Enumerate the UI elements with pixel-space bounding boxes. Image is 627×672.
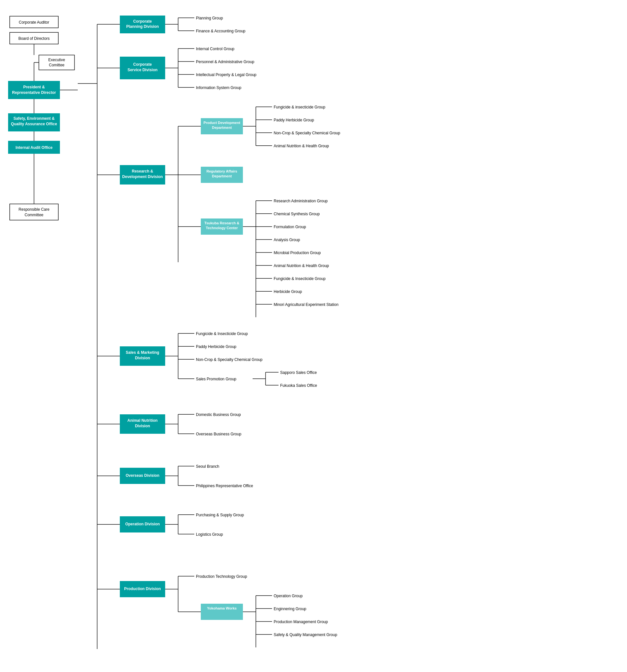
executive-committee-label: Executive: [48, 57, 65, 62]
operation-div-label: Operation Division: [125, 522, 160, 526]
fungicide-insecticide-group1: Fungicide & insecticide Group: [274, 105, 325, 110]
seoul-branch: Seoul Branch: [196, 464, 219, 469]
svg-text:Comittee: Comittee: [49, 63, 65, 67]
svg-text:Representative Director: Representative Director: [12, 90, 56, 95]
org-tree-svg: Corporate Planning Division Planning Gro…: [78, 6, 612, 661]
logistics-group: Logistics Group: [196, 532, 223, 537]
production-mgmt-group: Production Management Group: [274, 620, 328, 624]
sales-marketing-label: Sales & Marketing: [126, 350, 159, 355]
yokohama-works-label: Yokohama Works: [207, 606, 236, 610]
safety-label: Safety, Environment &: [13, 116, 54, 121]
rd-label: Research &: [132, 169, 153, 173]
svg-text:Department: Department: [212, 174, 232, 178]
herbicide-group: Herbicide Group: [274, 289, 302, 294]
svg-rect-3: [39, 55, 74, 70]
regulatory-affairs-label: Regulatory Affairs: [207, 169, 237, 173]
svg-text:Committee: Committee: [25, 213, 43, 217]
main-panel: Corporate Planning Division Planning Gro…: [78, 6, 612, 661]
info-system-group: Information System Group: [196, 86, 241, 90]
production-tech-group: Production Technology Group: [196, 574, 247, 579]
animal-nutrition-group2: Animal Nutrition & Health Group: [274, 263, 329, 268]
sales-promotion-group: Sales Promotion Group: [196, 377, 236, 381]
svg-text:Division: Division: [135, 424, 150, 428]
svg-text:Planning Division: Planning Division: [126, 24, 159, 29]
svg-text:Quality Assurance Office: Quality Assurance Office: [11, 122, 57, 126]
fungicide-insecticide-group2: Fungicide & Insecticide Group: [274, 277, 325, 281]
analysis-group: Analysis Group: [274, 238, 300, 242]
corporate-auditor-label: Corporate Auditor: [19, 20, 49, 25]
internal-control-group: Internal Control Group: [196, 47, 234, 51]
president-label: President &: [23, 85, 45, 89]
research-admin-group: Research Administration Group: [274, 199, 328, 203]
sapporo-office: Sapporo Sales Office: [280, 370, 317, 375]
product-dev-label: Product Development: [203, 121, 240, 125]
tsukuba-label: Tsukuba Research &: [204, 221, 239, 225]
formulation-group: Formulation Group: [274, 225, 306, 229]
purchasing-group: Purchasing & Supply Group: [196, 513, 244, 517]
svg-text:Division: Division: [135, 356, 150, 360]
animal-nutrition-div-label: Animal Nutrition: [127, 418, 157, 423]
board-directors-label: Board of Directors: [19, 36, 50, 41]
non-crop-group2: Non-Crop & Specialty Chemical Group: [196, 357, 263, 362]
domestic-business-group: Domestic Business Group: [196, 412, 241, 417]
fungicide-insecticide-group3: Fungicide & Insecticide Group: [196, 332, 248, 336]
corporate-planning-label: Corporate: [133, 19, 152, 24]
svg-text:Development Division: Development Division: [122, 174, 163, 179]
svg-text:Service Division: Service Division: [127, 68, 158, 72]
minori-group: Minori Agricultural Experiment Station: [274, 302, 339, 307]
internal-audit-label: Internal Audit Office: [16, 145, 53, 150]
overseas-business-group: Overseas Business Group: [196, 432, 241, 436]
ip-legal-group: Intellectual Property & Legal Group: [196, 73, 256, 77]
org-chart-page: Corporate Auditor Board of Directors Exe…: [6, 6, 589, 661]
svg-rect-7: [8, 81, 60, 99]
microbial-group: Microbial Production Group: [274, 250, 321, 255]
philippines-office: Philippines Representative Office: [196, 484, 253, 488]
paddy-herbicide-group2: Paddy Herbicide Group: [196, 344, 236, 349]
svg-text:Department: Department: [212, 126, 232, 129]
planning-group: Planning Group: [196, 16, 223, 20]
production-div-label: Production Division: [124, 586, 161, 591]
operation-group: Operation Group: [274, 594, 303, 598]
finance-group: Finance & Accounting Group: [196, 29, 246, 33]
svg-rect-15: [10, 204, 58, 220]
engineering-group: Enginnering Group: [274, 607, 306, 611]
chemical-synthesis-group: Chemical Synthesis Group: [274, 212, 320, 216]
svg-text:Technology Center: Technology Center: [206, 226, 238, 230]
non-crop-group1: Non-Crop & Specialty Chemical Group: [274, 131, 340, 135]
overseas-div-label: Overseas Division: [126, 473, 159, 478]
paddy-herbicide-group1: Paddy Herbicide Group: [274, 118, 314, 122]
left-panel: Corporate Auditor Board of Directors Exe…: [6, 6, 78, 354]
personnel-group: Personnel & Administrative Group: [196, 59, 254, 64]
left-structure-svg: Corporate Auditor Board of Directors Exe…: [6, 13, 78, 353]
responsible-care-label: Responsible Care: [19, 207, 50, 212]
fukuoka-office: Fukuoka Sales Office: [280, 383, 317, 388]
corporate-service-label: Corporate: [133, 62, 152, 67]
safety-quality-group: Safety & Quality Management Group: [274, 632, 337, 637]
animal-nutrition-group1: Animal Nutrition & Health Group: [274, 144, 329, 148]
